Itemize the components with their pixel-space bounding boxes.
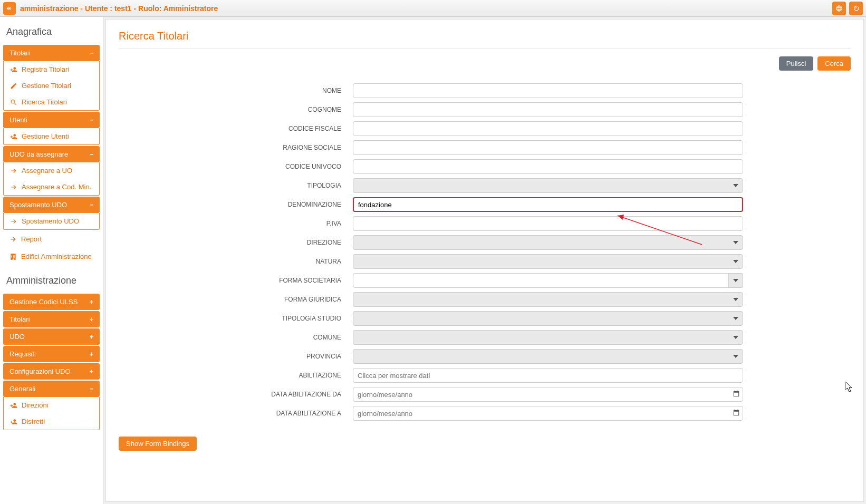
nav-ricerca-titolari[interactable]: Ricerca Titolari — [4, 94, 99, 110]
chevron-down-icon — [733, 259, 738, 264]
nav-distretti[interactable]: Distretti — [4, 413, 99, 430]
nav-spostamento-udo[interactable]: Spostamento UDO — [4, 213, 99, 229]
cerca-button[interactable]: Cerca — [817, 56, 851, 71]
user-plus-icon — [10, 133, 17, 140]
chevron-down-icon — [733, 278, 738, 283]
calendar-icon[interactable] — [733, 390, 740, 399]
plus-icon: + — [89, 367, 93, 375]
provincia-dropdown[interactable] — [353, 349, 743, 364]
search-icon — [10, 99, 17, 106]
chevron-down-icon — [733, 335, 738, 340]
nome-input[interactable] — [353, 83, 743, 98]
accordion-udo[interactable]: UDO+ — [3, 328, 100, 345]
nav-assegnare-cod[interactable]: Assegnare a Cod. Min. — [4, 179, 99, 195]
label-ragione: RAGIONE SOCIALE — [226, 144, 353, 151]
comune-dropdown[interactable] — [353, 330, 743, 345]
nav-registra-titolari[interactable]: Registra Titolari — [4, 61, 99, 77]
nav-assegnare-uo[interactable]: Assegnare a UO — [4, 162, 99, 179]
minus-icon: − — [89, 49, 93, 57]
arrow-right-icon — [10, 167, 17, 175]
tipologia-studio-dropdown[interactable] — [353, 311, 743, 326]
minus-icon: − — [89, 150, 93, 158]
abilitazione-input[interactable] — [353, 368, 743, 383]
show-form-bindings-button[interactable]: Show Form Bindings — [119, 437, 197, 451]
accordion-requisiti[interactable]: Requisiti+ — [3, 346, 100, 362]
label-univoco: CODICE UNIVOCO — [226, 163, 353, 170]
nav-gestione-titolari[interactable]: Gestione Titolari — [4, 77, 99, 94]
edit-icon — [10, 82, 17, 90]
label-denominazione: DENOMINAZIONE — [226, 201, 353, 208]
label-abilitazione: ABILITAZIONE — [226, 372, 353, 379]
globe-button[interactable] — [832, 2, 846, 15]
data-a-input[interactable] — [353, 406, 743, 421]
forma-societaria-input[interactable] — [353, 273, 729, 288]
cognome-input[interactable] — [353, 102, 743, 117]
accordion-generali[interactable]: Generali− — [3, 381, 100, 397]
accordion-gestione-codici[interactable]: Gestione Codici ULSS+ — [3, 294, 100, 310]
natura-dropdown[interactable] — [353, 254, 743, 269]
accordion-titolari[interactable]: Titolari− — [3, 45, 100, 61]
section-amministrazione: Amministrazione — [0, 266, 103, 293]
minus-icon: − — [89, 116, 93, 124]
label-forma-soc: FORMA SOCIETARIA — [226, 277, 353, 284]
section-anagrafica: Anagrafica — [0, 17, 103, 44]
arrow-right-icon — [10, 183, 17, 191]
cursor-icon — [845, 382, 854, 394]
label-cf: CODICE FISCALE — [226, 125, 353, 132]
ragione-sociale-input[interactable] — [353, 140, 743, 155]
label-direzione: DIREZIONE — [226, 239, 353, 246]
denominazione-input[interactable] — [353, 197, 743, 212]
label-tipologia: TIPOLOGIA — [226, 182, 353, 189]
nav-report[interactable]: Report — [3, 231, 100, 247]
chevron-down-icon — [733, 316, 738, 321]
nav-direzioni[interactable]: Direzioni — [4, 397, 99, 413]
chevron-down-icon — [733, 354, 738, 359]
calendar-icon[interactable] — [733, 409, 740, 418]
building-icon — [9, 253, 17, 260]
plus-icon: + — [89, 350, 93, 358]
chevron-down-icon — [733, 297, 738, 302]
user-plus-icon — [10, 66, 17, 73]
plus-icon: + — [89, 333, 93, 341]
plus-icon: + — [89, 315, 93, 323]
nav-edifici[interactable]: Edifici Amministrazione — [3, 248, 100, 265]
label-tipologia-studio: TIPOLOGIA STUDIO — [226, 315, 353, 322]
arrow-right-icon — [10, 218, 17, 225]
accordion-spostamento[interactable]: Spostamento UDO− — [3, 197, 100, 213]
minus-icon: − — [89, 385, 93, 393]
app-title: amministrazione - Utente : test1 - Ruolo… — [20, 4, 218, 13]
codice-fiscale-input[interactable] — [353, 121, 743, 136]
data-da-input[interactable] — [353, 387, 743, 402]
collapse-sidebar-button[interactable] — [3, 2, 16, 15]
pulisci-button[interactable]: Pulisci — [779, 56, 814, 71]
piva-input[interactable] — [353, 216, 743, 231]
label-cognome: COGNOME — [226, 106, 353, 113]
topbar: amministrazione - Utente : test1 - Ruolo… — [0, 0, 866, 17]
label-comune: COMUNE — [226, 334, 353, 341]
chevron-down-icon — [733, 183, 738, 188]
forma-societaria-dropdown-btn[interactable] — [729, 273, 743, 288]
tipologia-dropdown[interactable] — [353, 178, 743, 193]
codice-univoco-input[interactable] — [353, 159, 743, 174]
label-piva: P.IVA — [226, 220, 353, 227]
label-nome: NOME — [226, 87, 353, 94]
accordion-config-udo[interactable]: Configurazioni UDO+ — [3, 363, 100, 380]
label-provincia: PROVINCIA — [226, 353, 353, 360]
user-plus-icon — [10, 402, 17, 409]
accordion-titolari2[interactable]: Titolari+ — [3, 311, 100, 327]
chevron-down-icon — [733, 240, 738, 245]
sidebar: Anagrafica Titolari− Registra Titolari G… — [0, 17, 103, 504]
label-data-da: DATA ABILITAZIONE DA — [226, 391, 353, 398]
label-data-a: DATA ABILITAZIONE A — [226, 410, 353, 417]
forma-giuridica-dropdown[interactable] — [353, 292, 743, 307]
arrow-right-icon — [9, 236, 17, 243]
page-title: Ricerca Titolari — [119, 30, 851, 49]
main-content: Ricerca Titolari Pulisci Cerca NOME COGN… — [105, 19, 864, 502]
label-forma-giu: FORMA GIURIDICA — [226, 296, 353, 303]
accordion-utenti[interactable]: Utenti− — [3, 112, 100, 128]
accordion-udo-assegnare[interactable]: UDO da assegnare− — [3, 146, 100, 162]
nav-gestione-utenti[interactable]: Gestione Utenti — [4, 128, 99, 144]
power-button[interactable] — [849, 2, 863, 15]
direzione-dropdown[interactable] — [353, 235, 743, 250]
label-natura: NATURA — [226, 258, 353, 265]
